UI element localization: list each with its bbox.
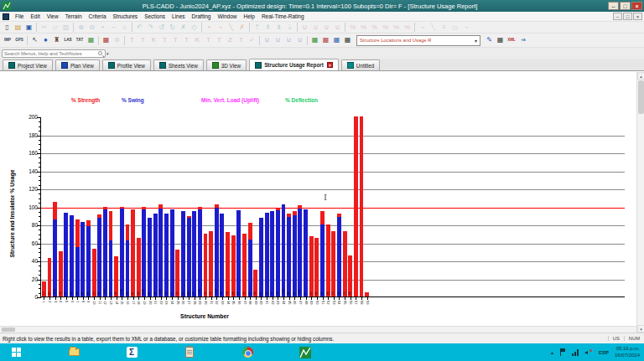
- sag-tension-4-button[interactable]: %: [380, 23, 391, 33]
- notepad-app-button[interactable]: [180, 344, 199, 360]
- tab-project-view[interactable]: Project View: [3, 59, 53, 70]
- check-tool-1-button[interactable]: ∪: [262, 35, 273, 45]
- 3d-view-button[interactable]: ▦: [331, 35, 342, 45]
- structure-edit-6-button[interactable]: T: [181, 35, 192, 45]
- menu-item-sections[interactable]: Sections: [141, 13, 169, 19]
- menu-item-window[interactable]: Window: [214, 13, 240, 19]
- tray-expand-icon[interactable]: ▴: [551, 349, 553, 355]
- section-tool-1-button[interactable]: ¬: [417, 23, 428, 33]
- structure-edit-3-button[interactable]: K: [148, 35, 159, 45]
- zoom-window-button[interactable]: ⊕: [75, 23, 86, 33]
- section-tool-5-button[interactable]: ¬: [460, 23, 471, 33]
- structure-edit-11-button[interactable]: T: [236, 35, 247, 45]
- move-marker-button[interactable]: ↖: [29, 35, 40, 45]
- sheets-view-button[interactable]: ▦: [342, 35, 353, 45]
- tab-3d-view[interactable]: 3D View: [206, 59, 247, 70]
- minimize-button[interactable]: –: [608, 2, 619, 10]
- scroll-up-icon[interactable]: ▴: [637, 72, 644, 80]
- zoom-out-button[interactable]: −: [108, 23, 119, 33]
- copy-button[interactable]: ▱: [49, 23, 60, 33]
- move-pi-button[interactable]: ╲: [226, 23, 236, 33]
- cut-button[interactable]: ✂: [39, 23, 49, 33]
- chrome-browser-button[interactable]: [238, 344, 257, 360]
- menu-item-drafting[interactable]: Drafting: [189, 13, 215, 19]
- menu-item-help[interactable]: Help: [241, 13, 258, 19]
- las-file-button[interactable]: LAS: [62, 35, 74, 45]
- add-annotation-button[interactable]: +a: [517, 35, 529, 45]
- section-tool-3-button[interactable]: ≡: [439, 23, 449, 33]
- check-tool-3-button[interactable]: ∪: [283, 35, 294, 45]
- file-explorer-button[interactable]: [65, 344, 83, 360]
- new-file-button[interactable]: ▯: [2, 23, 13, 33]
- tab-untitled[interactable]: Untitled: [341, 59, 380, 70]
- speaker-muted-icon[interactable]: [584, 349, 593, 356]
- report-selector-dropdown[interactable]: Structure Locations and Usage R ▾: [356, 35, 480, 46]
- structure-edit-7-button[interactable]: K: [192, 35, 203, 45]
- delete-structure-button[interactable]: ⇣: [284, 23, 295, 33]
- plan-view-button[interactable]: ▦: [309, 35, 320, 45]
- gps-toggle-button[interactable]: GPS: [13, 35, 25, 45]
- initial-view-button[interactable]: ⌂: [119, 23, 130, 33]
- structure-edit-10-button[interactable]: Z: [225, 35, 236, 45]
- clearance-check-4-button[interactable]: ∪: [332, 23, 343, 33]
- save-button[interactable]: ▣: [23, 23, 34, 33]
- pls-cadd-app-button[interactable]: [296, 344, 314, 360]
- attachment-button[interactable]: ⊘: [112, 35, 122, 45]
- units-toggle-button[interactable]: IMP: [2, 35, 13, 45]
- clearance-check-2-button[interactable]: ∪: [310, 23, 321, 33]
- menu-item-edit[interactable]: Edit: [27, 13, 43, 19]
- check-tool-4-button[interactable]: ∪: [294, 35, 305, 45]
- check-tool-2-button[interactable]: ∪: [273, 35, 283, 45]
- spin-ccw-button[interactable]: ↺: [156, 23, 167, 33]
- menu-item-file[interactable]: File: [12, 13, 27, 19]
- tab-close-icon[interactable]: ×: [327, 62, 333, 68]
- edit-pi-button[interactable]: ✗: [236, 23, 247, 33]
- open-file-button[interactable]: ▤: [13, 23, 23, 33]
- tower-model-button[interactable]: ♜: [51, 35, 62, 45]
- add-pi-button[interactable]: +: [204, 23, 215, 33]
- zoom-out-window-button[interactable]: ⊖: [86, 23, 97, 33]
- sag-tension-3-button[interactable]: %: [369, 23, 380, 33]
- mdi-close-button[interactable]: ×: [633, 13, 642, 20]
- start-button[interactable]: [7, 344, 25, 360]
- txt-csv-button[interactable]: TXT: [74, 35, 86, 45]
- vertical-scroll-thumb[interactable]: [638, 80, 644, 114]
- menu-item-real-time-rating[interactable]: Real-Time-Rating: [258, 13, 308, 19]
- zoom-in-button[interactable]: +: [97, 23, 108, 33]
- tab-plan-view[interactable]: Plan View: [55, 59, 100, 70]
- menu-item-structures[interactable]: Structures: [110, 13, 142, 19]
- horizontal-scrollbar[interactable]: [0, 326, 636, 333]
- structure-edit-4-button[interactable]: T: [159, 35, 170, 45]
- table-view-button[interactable]: ▦: [495, 35, 506, 45]
- sag-tension-5-button[interactable]: %: [391, 23, 402, 33]
- menu-item-lines[interactable]: Lines: [169, 13, 189, 19]
- paste-button[interactable]: ▥: [60, 23, 71, 33]
- mdi-restore-button[interactable]: □: [623, 13, 632, 20]
- menu-item-terrain[interactable]: Terrain: [62, 13, 86, 19]
- clearance-check-1-button[interactable]: ∪: [299, 23, 310, 33]
- section-tool-2-button[interactable]: ╲: [428, 23, 439, 33]
- spin-cw-button[interactable]: ↻: [167, 23, 178, 33]
- bitmap-button[interactable]: ▦: [101, 35, 112, 45]
- survey-point-button[interactable]: ●: [40, 35, 51, 45]
- sigma-app-button[interactable]: Σ: [122, 344, 141, 360]
- add-structure-button[interactable]: ⇡: [252, 23, 262, 33]
- close-button[interactable]: ×: [631, 2, 642, 10]
- maximize-button[interactable]: □: [620, 2, 631, 10]
- sag-tension-6-button[interactable]: %: [402, 23, 413, 33]
- lower-structure-button[interactable]: ⇟: [273, 23, 284, 33]
- network-icon[interactable]: [572, 349, 579, 356]
- taskbar-clock[interactable]: 05:19 p.m. 16/07/2024: [615, 346, 640, 358]
- search-input[interactable]: [3, 50, 98, 57]
- menu-item-criteria[interactable]: Criteria: [86, 13, 110, 19]
- menu-item-view[interactable]: View: [44, 13, 62, 19]
- delete-pi-button[interactable]: ¬: [215, 23, 226, 33]
- horizontal-scroll-thumb[interactable]: [2, 327, 15, 332]
- rotate-right-button[interactable]: ↷: [145, 23, 156, 33]
- vertical-scrollbar[interactable]: ▴ ▾: [636, 72, 644, 333]
- search-dropdown-icon[interactable]: ▾: [106, 51, 109, 56]
- view-xy-button[interactable]: ✗: [178, 23, 189, 33]
- raise-structure-button[interactable]: ⇞: [262, 23, 273, 33]
- section-tool-4-button[interactable]: ▭: [449, 23, 460, 33]
- view-yz-button[interactable]: ◇: [189, 23, 200, 33]
